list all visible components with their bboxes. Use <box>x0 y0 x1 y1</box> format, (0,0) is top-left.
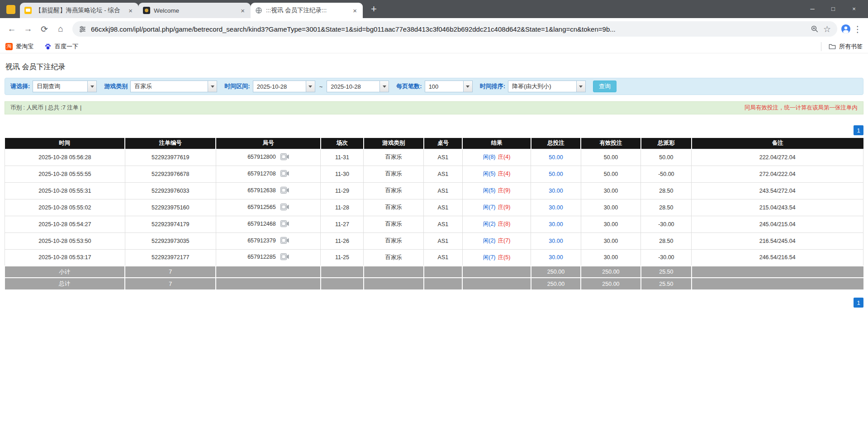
col-header-game-category: 游戏类别 <box>364 138 424 149</box>
forward-button[interactable]: → <box>20 21 36 37</box>
table-row: 2025-10-28 05:56:28 522923977619 6579128… <box>5 149 863 166</box>
page-number-button[interactable]: 1 <box>854 298 863 308</box>
video-replay-icon[interactable] <box>280 253 289 261</box>
table-row: 2025-10-28 05:53:50 522923973035 6579123… <box>5 232 863 249</box>
tab-welcome[interactable]: Welcome × <box>138 3 251 18</box>
baidu-icon <box>44 43 52 50</box>
sort-label: 时间排序: <box>480 82 505 90</box>
new-tab-button[interactable]: + <box>368 4 379 14</box>
subtotal-total-bet: 250.00 <box>531 266 581 278</box>
window-controls: ─ □ × <box>802 0 864 17</box>
pagination-bottom: 1 <box>5 298 863 308</box>
col-header-table-no: 桌号 <box>424 138 462 149</box>
cell-total-bet: 50.00 <box>531 149 581 166</box>
chevron-down-icon[interactable] <box>87 81 96 92</box>
table-row: 2025-10-28 05:55:02 522923975160 6579125… <box>5 199 863 216</box>
round-id-text: 657912638 <box>247 187 276 194</box>
chevron-down-icon[interactable] <box>306 81 315 92</box>
bookmark-baidu[interactable]: 百度一下 <box>44 43 78 51</box>
maximize-button[interactable]: □ <box>823 0 844 17</box>
game-category-select[interactable]: 百家乐 <box>130 81 217 92</box>
total-bet-link[interactable]: 30.00 <box>549 221 563 228</box>
video-replay-icon[interactable] <box>280 187 289 195</box>
reload-button[interactable]: ⟳ <box>36 21 52 37</box>
back-button[interactable]: ← <box>4 21 20 37</box>
tab-close-icon[interactable]: × <box>239 7 246 14</box>
cell-remark: 245.04/215.04 <box>692 216 863 232</box>
time-range-label: 时间区间: <box>224 82 250 90</box>
forum-favicon-icon <box>24 7 32 14</box>
bookmark-star-icon[interactable]: ☆ <box>823 24 831 34</box>
video-replay-icon[interactable] <box>280 237 289 245</box>
round-id-text: 657912468 <box>247 221 276 227</box>
cell-valid-bet: 50.00 <box>581 149 641 166</box>
page-title: 视讯 会员下注纪录 <box>5 62 863 72</box>
tab-forum[interactable]: 【新提醒】海燕策略论坛 - 综合 × <box>20 3 138 18</box>
page-number-button[interactable]: 1 <box>854 125 863 135</box>
subtotal-label: 小计 <box>5 266 125 278</box>
cell-round-id: 657912285 <box>216 249 321 266</box>
bookmark-taobao[interactable]: 淘 爱淘宝 <box>5 43 33 51</box>
address-bar[interactable]: 66cxkj98.com/ipl/portal.php/game/betreco… <box>72 21 837 37</box>
welcome-favicon-icon <box>143 7 150 14</box>
total-bet-link[interactable]: 30.00 <box>549 254 563 261</box>
date-from-select[interactable]: 2025-10-28 <box>253 81 315 92</box>
cell-order-id: 522923972177 <box>125 249 216 266</box>
col-header-total-bet: 总投注 <box>531 138 581 149</box>
tab-bet-records[interactable]: :::视讯 会员下注纪录::: × <box>251 3 363 18</box>
video-replay-icon[interactable] <box>280 153 289 161</box>
cell-total-bet: 30.00 <box>531 232 581 249</box>
cell-round-id: 657912638 <box>216 182 321 199</box>
date-from-value: 2025-10-28 <box>253 81 306 92</box>
cell-game-category: 百家乐 <box>364 149 424 166</box>
sort-select[interactable]: 降幂(由大到小) <box>508 81 586 92</box>
cell-total-bet: 30.00 <box>531 216 581 232</box>
url-text[interactable]: 66cxkj98.com/ipl/portal.php/game/betreco… <box>91 25 806 33</box>
result-player: 闲(5) <box>483 171 496 177</box>
cell-result: 闲(7)庄(5) <box>462 249 531 266</box>
minimize-button[interactable]: ─ <box>802 0 823 17</box>
tab-close-icon[interactable]: × <box>127 7 134 14</box>
cell-result: 闲(5)庄(4) <box>462 166 531 182</box>
round-id-text: 657912800 <box>247 154 276 160</box>
zoom-icon[interactable] <box>811 25 819 33</box>
close-button[interactable]: × <box>844 0 864 17</box>
browser-menu-icon[interactable]: ⋮ <box>851 24 864 34</box>
profile-avatar-icon[interactable] <box>6 5 15 14</box>
all-bookmarks-button[interactable]: 所有书签 <box>821 42 863 51</box>
table-header-row: 时间 注单编号 局号 场次 游戏类别 桌号 结果 总投注 有效投注 总派彩 备注 <box>5 138 863 149</box>
total-bet-link[interactable]: 30.00 <box>549 238 563 244</box>
table-row: 2025-10-28 05:53:17 522923972177 6579122… <box>5 249 863 266</box>
tab-close-icon[interactable]: × <box>351 7 358 14</box>
video-replay-icon[interactable] <box>280 204 289 212</box>
search-button[interactable]: 查询 <box>593 81 617 92</box>
total-label: 总计 <box>5 278 125 289</box>
chevron-down-icon[interactable] <box>208 81 217 92</box>
total-bet-link[interactable]: 30.00 <box>549 188 563 194</box>
chevron-down-icon[interactable] <box>576 81 585 92</box>
date-to-select[interactable]: 2025-10-28 <box>327 81 389 92</box>
query-type-select[interactable]: 日期查询 <box>33 81 97 92</box>
globe-favicon-icon <box>255 7 262 14</box>
cell-total-bet: 30.00 <box>531 199 581 216</box>
profile-icon[interactable] <box>841 24 851 34</box>
subtotal-count: 7 <box>125 266 216 278</box>
total-bet-link[interactable]: 30.00 <box>549 204 563 211</box>
result-banker: 庄(8) <box>498 221 511 227</box>
round-id-text: 657912708 <box>247 171 276 177</box>
col-header-remark: 备注 <box>692 138 863 149</box>
cell-time: 2025-10-28 05:53:17 <box>5 249 125 266</box>
home-button[interactable]: ⌂ <box>52 21 69 37</box>
site-settings-icon[interactable] <box>79 25 86 33</box>
total-valid-bet: 250.00 <box>581 278 641 289</box>
total-bet-link[interactable]: 50.00 <box>549 154 563 161</box>
chevron-down-icon[interactable] <box>463 81 472 92</box>
video-replay-icon[interactable] <box>280 170 289 178</box>
page-size-select[interactable]: 100 <box>425 81 473 92</box>
total-bet-link[interactable]: 50.00 <box>549 171 563 177</box>
video-replay-icon[interactable] <box>280 220 289 228</box>
chevron-down-icon[interactable] <box>379 81 389 92</box>
cell-valid-bet: 30.00 <box>581 199 641 216</box>
subtotal-row: 小计 7 250.00 250.00 25.50 <box>5 266 863 278</box>
cell-table-no: AS1 <box>424 166 462 182</box>
